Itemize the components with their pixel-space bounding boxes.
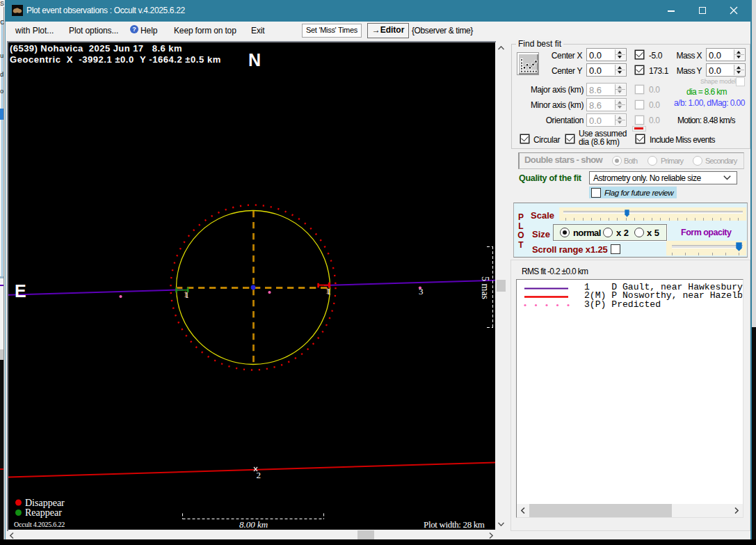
svg-text:E: E — [15, 281, 26, 301]
svg-text:Reappear: Reappear — [25, 507, 62, 518]
svg-text:8.00 km: 8.00 km — [239, 519, 268, 530]
svg-text:Geocentric X -3992.1 ±0.0 Y: Geocentric X -3992.1 ±0.0 Y -1664.2 ±0.5… — [10, 54, 221, 65]
svg-text:Disappear: Disappear — [25, 498, 65, 508]
svg-text:(6539) Nohavica 2025 Jun 17: (6539) Nohavica 2025 Jun 17 8.6 km — [10, 43, 182, 54]
svg-text:1: 1 — [327, 286, 332, 297]
svg-text:3: 3 — [419, 286, 424, 297]
svg-text:1: 1 — [185, 290, 190, 300]
svg-text:2: 2 — [257, 470, 262, 480]
svg-text:Occult 4.2025.6.22: Occult 4.2025.6.22 — [14, 521, 65, 528]
svg-text:N: N — [248, 50, 261, 70]
svg-text:5 mas: 5 mas — [480, 276, 490, 299]
svg-text:Plot width: 28 km: Plot width: 28 km — [424, 519, 485, 530]
